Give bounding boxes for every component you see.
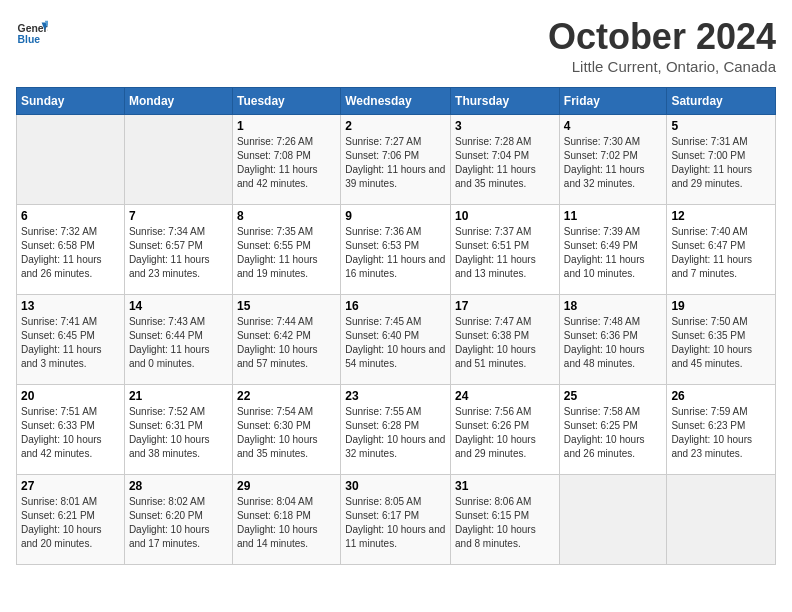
day-number: 4 bbox=[564, 119, 663, 133]
day-number: 26 bbox=[671, 389, 771, 403]
day-info: Sunrise: 7:39 AMSunset: 6:49 PMDaylight:… bbox=[564, 225, 663, 281]
day-info: Sunrise: 7:44 AMSunset: 6:42 PMDaylight:… bbox=[237, 315, 336, 371]
weekday-header-monday: Monday bbox=[124, 88, 232, 115]
weekday-header-tuesday: Tuesday bbox=[232, 88, 340, 115]
calendar-cell bbox=[17, 115, 125, 205]
calendar-cell bbox=[124, 115, 232, 205]
day-info: Sunrise: 7:59 AMSunset: 6:23 PMDaylight:… bbox=[671, 405, 771, 461]
calendar-cell: 3Sunrise: 7:28 AMSunset: 7:04 PMDaylight… bbox=[451, 115, 560, 205]
logo-icon: General Blue bbox=[16, 16, 48, 48]
logo: General Blue bbox=[16, 16, 48, 48]
weekday-header-thursday: Thursday bbox=[451, 88, 560, 115]
day-info: Sunrise: 8:06 AMSunset: 6:15 PMDaylight:… bbox=[455, 495, 555, 551]
day-info: Sunrise: 7:31 AMSunset: 7:00 PMDaylight:… bbox=[671, 135, 771, 191]
day-number: 18 bbox=[564, 299, 663, 313]
day-number: 10 bbox=[455, 209, 555, 223]
calendar-cell: 19Sunrise: 7:50 AMSunset: 6:35 PMDayligh… bbox=[667, 295, 776, 385]
day-number: 22 bbox=[237, 389, 336, 403]
day-number: 16 bbox=[345, 299, 446, 313]
day-info: Sunrise: 8:01 AMSunset: 6:21 PMDaylight:… bbox=[21, 495, 120, 551]
day-number: 13 bbox=[21, 299, 120, 313]
day-number: 23 bbox=[345, 389, 446, 403]
calendar-cell: 15Sunrise: 7:44 AMSunset: 6:42 PMDayligh… bbox=[232, 295, 340, 385]
calendar-cell: 31Sunrise: 8:06 AMSunset: 6:15 PMDayligh… bbox=[451, 475, 560, 565]
day-info: Sunrise: 7:45 AMSunset: 6:40 PMDaylight:… bbox=[345, 315, 446, 371]
day-info: Sunrise: 8:05 AMSunset: 6:17 PMDaylight:… bbox=[345, 495, 446, 551]
week-row-3: 13Sunrise: 7:41 AMSunset: 6:45 PMDayligh… bbox=[17, 295, 776, 385]
page-header: General Blue October 2024 Little Current… bbox=[16, 16, 776, 75]
day-info: Sunrise: 7:43 AMSunset: 6:44 PMDaylight:… bbox=[129, 315, 228, 371]
day-number: 6 bbox=[21, 209, 120, 223]
day-number: 29 bbox=[237, 479, 336, 493]
day-info: Sunrise: 7:55 AMSunset: 6:28 PMDaylight:… bbox=[345, 405, 446, 461]
week-row-1: 1Sunrise: 7:26 AMSunset: 7:08 PMDaylight… bbox=[17, 115, 776, 205]
calendar-cell: 4Sunrise: 7:30 AMSunset: 7:02 PMDaylight… bbox=[559, 115, 667, 205]
day-number: 24 bbox=[455, 389, 555, 403]
svg-text:Blue: Blue bbox=[18, 34, 41, 45]
calendar-cell bbox=[667, 475, 776, 565]
day-info: Sunrise: 8:04 AMSunset: 6:18 PMDaylight:… bbox=[237, 495, 336, 551]
calendar-cell: 21Sunrise: 7:52 AMSunset: 6:31 PMDayligh… bbox=[124, 385, 232, 475]
calendar-cell: 30Sunrise: 8:05 AMSunset: 6:17 PMDayligh… bbox=[341, 475, 451, 565]
day-info: Sunrise: 7:36 AMSunset: 6:53 PMDaylight:… bbox=[345, 225, 446, 281]
calendar-cell: 10Sunrise: 7:37 AMSunset: 6:51 PMDayligh… bbox=[451, 205, 560, 295]
week-row-5: 27Sunrise: 8:01 AMSunset: 6:21 PMDayligh… bbox=[17, 475, 776, 565]
weekday-header-wednesday: Wednesday bbox=[341, 88, 451, 115]
week-row-2: 6Sunrise: 7:32 AMSunset: 6:58 PMDaylight… bbox=[17, 205, 776, 295]
calendar-cell: 11Sunrise: 7:39 AMSunset: 6:49 PMDayligh… bbox=[559, 205, 667, 295]
day-number: 3 bbox=[455, 119, 555, 133]
calendar-cell: 23Sunrise: 7:55 AMSunset: 6:28 PMDayligh… bbox=[341, 385, 451, 475]
day-info: Sunrise: 7:41 AMSunset: 6:45 PMDaylight:… bbox=[21, 315, 120, 371]
location: Little Current, Ontario, Canada bbox=[548, 58, 776, 75]
day-info: Sunrise: 7:34 AMSunset: 6:57 PMDaylight:… bbox=[129, 225, 228, 281]
day-info: Sunrise: 7:51 AMSunset: 6:33 PMDaylight:… bbox=[21, 405, 120, 461]
day-number: 27 bbox=[21, 479, 120, 493]
calendar-cell: 27Sunrise: 8:01 AMSunset: 6:21 PMDayligh… bbox=[17, 475, 125, 565]
weekday-header-sunday: Sunday bbox=[17, 88, 125, 115]
title-section: October 2024 Little Current, Ontario, Ca… bbox=[548, 16, 776, 75]
calendar-cell: 8Sunrise: 7:35 AMSunset: 6:55 PMDaylight… bbox=[232, 205, 340, 295]
day-info: Sunrise: 7:32 AMSunset: 6:58 PMDaylight:… bbox=[21, 225, 120, 281]
calendar-cell: 17Sunrise: 7:47 AMSunset: 6:38 PMDayligh… bbox=[451, 295, 560, 385]
weekday-header-row: SundayMondayTuesdayWednesdayThursdayFrid… bbox=[17, 88, 776, 115]
day-info: Sunrise: 8:02 AMSunset: 6:20 PMDaylight:… bbox=[129, 495, 228, 551]
calendar-cell: 29Sunrise: 8:04 AMSunset: 6:18 PMDayligh… bbox=[232, 475, 340, 565]
day-info: Sunrise: 7:37 AMSunset: 6:51 PMDaylight:… bbox=[455, 225, 555, 281]
day-number: 19 bbox=[671, 299, 771, 313]
calendar-table: SundayMondayTuesdayWednesdayThursdayFrid… bbox=[16, 87, 776, 565]
day-info: Sunrise: 7:26 AMSunset: 7:08 PMDaylight:… bbox=[237, 135, 336, 191]
day-number: 1 bbox=[237, 119, 336, 133]
day-info: Sunrise: 7:47 AMSunset: 6:38 PMDaylight:… bbox=[455, 315, 555, 371]
calendar-cell: 9Sunrise: 7:36 AMSunset: 6:53 PMDaylight… bbox=[341, 205, 451, 295]
calendar-cell: 26Sunrise: 7:59 AMSunset: 6:23 PMDayligh… bbox=[667, 385, 776, 475]
day-number: 2 bbox=[345, 119, 446, 133]
calendar-cell: 7Sunrise: 7:34 AMSunset: 6:57 PMDaylight… bbox=[124, 205, 232, 295]
day-info: Sunrise: 7:35 AMSunset: 6:55 PMDaylight:… bbox=[237, 225, 336, 281]
day-number: 15 bbox=[237, 299, 336, 313]
day-info: Sunrise: 7:28 AMSunset: 7:04 PMDaylight:… bbox=[455, 135, 555, 191]
day-number: 11 bbox=[564, 209, 663, 223]
day-number: 5 bbox=[671, 119, 771, 133]
calendar-cell: 6Sunrise: 7:32 AMSunset: 6:58 PMDaylight… bbox=[17, 205, 125, 295]
calendar-cell: 20Sunrise: 7:51 AMSunset: 6:33 PMDayligh… bbox=[17, 385, 125, 475]
day-info: Sunrise: 7:52 AMSunset: 6:31 PMDaylight:… bbox=[129, 405, 228, 461]
weekday-header-friday: Friday bbox=[559, 88, 667, 115]
calendar-cell: 2Sunrise: 7:27 AMSunset: 7:06 PMDaylight… bbox=[341, 115, 451, 205]
calendar-cell: 24Sunrise: 7:56 AMSunset: 6:26 PMDayligh… bbox=[451, 385, 560, 475]
day-number: 21 bbox=[129, 389, 228, 403]
calendar-cell: 13Sunrise: 7:41 AMSunset: 6:45 PMDayligh… bbox=[17, 295, 125, 385]
calendar-cell: 12Sunrise: 7:40 AMSunset: 6:47 PMDayligh… bbox=[667, 205, 776, 295]
day-number: 8 bbox=[237, 209, 336, 223]
day-info: Sunrise: 7:58 AMSunset: 6:25 PMDaylight:… bbox=[564, 405, 663, 461]
calendar-cell: 25Sunrise: 7:58 AMSunset: 6:25 PMDayligh… bbox=[559, 385, 667, 475]
day-number: 25 bbox=[564, 389, 663, 403]
day-info: Sunrise: 7:30 AMSunset: 7:02 PMDaylight:… bbox=[564, 135, 663, 191]
calendar-cell: 28Sunrise: 8:02 AMSunset: 6:20 PMDayligh… bbox=[124, 475, 232, 565]
day-info: Sunrise: 7:48 AMSunset: 6:36 PMDaylight:… bbox=[564, 315, 663, 371]
weekday-header-saturday: Saturday bbox=[667, 88, 776, 115]
day-number: 20 bbox=[21, 389, 120, 403]
day-number: 28 bbox=[129, 479, 228, 493]
calendar-cell bbox=[559, 475, 667, 565]
day-info: Sunrise: 7:50 AMSunset: 6:35 PMDaylight:… bbox=[671, 315, 771, 371]
day-number: 31 bbox=[455, 479, 555, 493]
